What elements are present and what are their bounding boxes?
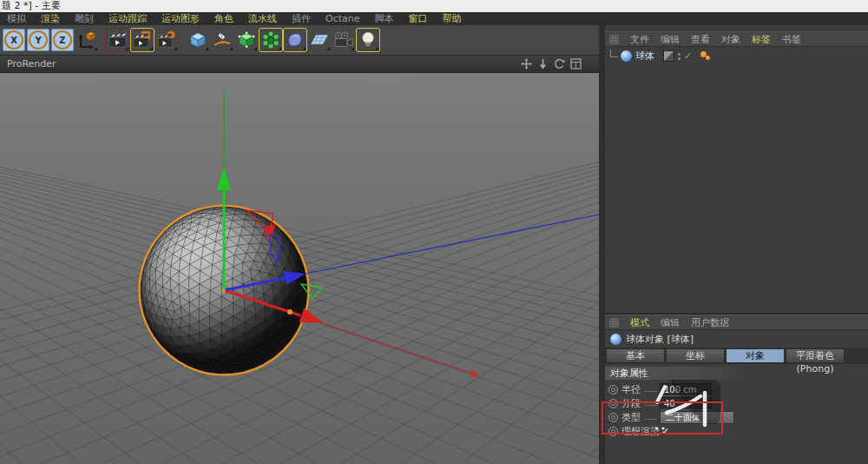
menu-item[interactable]: 流水线 — [248, 12, 277, 25]
object-manager-body[interactable]: 球体 ✓ — [605, 47, 868, 313]
axis-y-icon: Y — [29, 30, 48, 50]
deformers-button[interactable] — [260, 29, 282, 51]
property-value[interactable]: ✓ — [661, 426, 669, 437]
cube-icon — [188, 30, 207, 50]
menu-item[interactable]: 窗口 — [409, 12, 428, 25]
main-menubar: 模拟渲染雕刻运动跟踪运动图形角色流水线插件Octane脚本窗口帮助 — [0, 12, 868, 25]
menu-item[interactable]: 渲染 — [41, 12, 60, 25]
camera-button[interactable] — [332, 29, 355, 51]
pen-icon — [213, 30, 232, 50]
render-view-button[interactable] — [107, 29, 129, 51]
object-manager-menu-item[interactable]: 书签 — [782, 33, 801, 46]
toggle-view-icon[interactable] — [570, 58, 582, 70]
menu-item[interactable]: 帮助 — [443, 12, 462, 25]
render-settings-button[interactable] — [155, 29, 178, 51]
enabled-check-icon[interactable]: ✓ — [684, 50, 692, 62]
right-panel: 文件编辑查看对象标签书签 球体 ✓ 模式编辑用户数据 — [605, 25, 868, 464]
camera-icon — [333, 30, 354, 50]
menu-item[interactable]: 插件 — [292, 12, 311, 25]
property-value[interactable]: 100 cm — [660, 383, 712, 396]
sphere-object-icon — [621, 50, 632, 62]
object-name[interactable]: 球体 — [635, 50, 654, 63]
leader-dots — [645, 398, 656, 406]
axis-lock-x-button[interactable]: X — [3, 29, 25, 51]
render-picture-viewer-icon — [133, 30, 152, 50]
window-title: 题 2 *] - 主要 — [2, 0, 61, 11]
attribute-object-title: 球体对象 [球体] — [626, 333, 694, 346]
hierarchy-branch-icon — [610, 50, 618, 57]
property-value[interactable]: 40 — [660, 397, 712, 410]
application-window: 题 2 *] - 主要 模拟渲染雕刻运动跟踪运动图形角色流水线插件Octane脚… — [0, 0, 868, 464]
rotate-icon[interactable] — [554, 58, 565, 70]
object-manager-menu-item[interactable]: 文件 — [630, 33, 649, 46]
property-label: 理想渲染 — [621, 425, 660, 438]
panel-menu-icon[interactable] — [609, 35, 619, 44]
attribute-tabs: 基本坐标对象平滑着色(Phong) — [605, 348, 868, 364]
attribute-tab[interactable]: 对象 — [726, 348, 785, 363]
object-manager-menu-item[interactable]: 对象 — [721, 33, 740, 46]
menu-item[interactable]: Octane — [326, 13, 360, 24]
fields-volume-button[interactable] — [284, 29, 306, 51]
property-value[interactable]: 二十面体 — [660, 411, 734, 424]
attribute-menu-item[interactable]: 用户数据 — [691, 316, 729, 329]
property-list: 半径 100 cm 分段 40 类型 二十面体 — [605, 380, 868, 438]
menu-item[interactable]: 雕刻 — [75, 12, 94, 25]
viewport-header: ProRender — [0, 56, 599, 73]
window-titlebar: 题 2 *] - 主要 — [0, 0, 868, 12]
coordinate-system-button[interactable] — [76, 29, 98, 51]
dolly-zoom-icon[interactable] — [537, 58, 549, 70]
object-row-sphere[interactable]: 球体 ✓ — [605, 47, 868, 63]
object-manager-menu-item[interactable]: 编辑 — [661, 33, 680, 46]
menu-item[interactable]: 脚本 — [375, 12, 394, 25]
attribute-tab[interactable]: 基本 — [606, 348, 665, 363]
sphere-object-icon — [610, 334, 621, 345]
add-primitive-cube-button[interactable] — [187, 29, 209, 51]
keyframe-circle-icon[interactable] — [608, 427, 618, 436]
menu-item[interactable]: 运动图形 — [161, 12, 200, 25]
light-button[interactable] — [357, 29, 379, 51]
environment-button[interactable] — [308, 29, 331, 51]
spline-pen-button[interactable] — [211, 29, 233, 51]
panel-divider[interactable] — [599, 25, 605, 464]
attribute-tab[interactable]: 坐标 — [666, 348, 725, 363]
attribute-tab[interactable]: 平滑着色(Phong) — [786, 348, 845, 363]
menu-item[interactable]: 模拟 — [7, 12, 26, 25]
render-clapper-icon — [108, 30, 128, 50]
keyframe-circle-icon[interactable] — [608, 399, 618, 408]
render-settings-icon — [157, 30, 176, 50]
attribute-manager: 模式编辑用户数据 球体对象 [球体] 基本坐标对象平滑着色(Phong) 对象属… — [605, 313, 868, 438]
keyframe-circle-icon[interactable] — [608, 413, 618, 422]
object-manager-menu-item[interactable]: 查看 — [691, 33, 710, 46]
object-manager-menu-item[interactable]: 标签 — [752, 33, 771, 46]
section-header: 对象属性 — [605, 367, 749, 380]
renderer-label: ProRender — [0, 58, 521, 70]
panel-menu-icon[interactable] — [609, 318, 619, 328]
property-label: 半径 — [621, 383, 642, 396]
pan-icon[interactable] — [521, 58, 532, 70]
keyframe-circle-icon[interactable] — [608, 385, 618, 394]
property-label: 分段 — [621, 397, 642, 410]
property-row: 分段 40 — [608, 396, 868, 410]
layer-color-toggle[interactable] — [663, 50, 674, 62]
axis-z-icon: Z — [53, 30, 72, 50]
deformer-flower-icon — [261, 30, 280, 50]
menu-item[interactable]: 角色 — [214, 12, 233, 25]
generators-button[interactable] — [235, 29, 258, 51]
phong-tag-icon[interactable] — [700, 51, 713, 62]
property-row: 半径 100 cm — [608, 382, 868, 396]
axis-lock-z-button[interactable]: Z — [51, 29, 74, 51]
attribute-menu-item[interactable]: 编辑 — [661, 316, 680, 329]
viewport-canvas[interactable] — [0, 73, 599, 464]
coordinate-axes-icon — [77, 30, 96, 50]
viewport-controls — [521, 58, 582, 70]
floor-grid-icon — [310, 30, 329, 50]
leader-dots — [645, 412, 656, 420]
menu-item[interactable]: 运动跟踪 — [108, 12, 147, 25]
visibility-dots-icon[interactable] — [678, 53, 681, 60]
green-cube-generator-icon — [237, 30, 256, 50]
axis-lock-y-button[interactable]: Y — [27, 29, 49, 51]
attribute-menu-item[interactable]: 模式 — [630, 316, 649, 329]
render-picture-viewer-button[interactable] — [131, 29, 154, 51]
attribute-object-row: 球体对象 [球体] — [605, 330, 868, 348]
property-row: 理想渲染 ✓ — [608, 424, 868, 438]
